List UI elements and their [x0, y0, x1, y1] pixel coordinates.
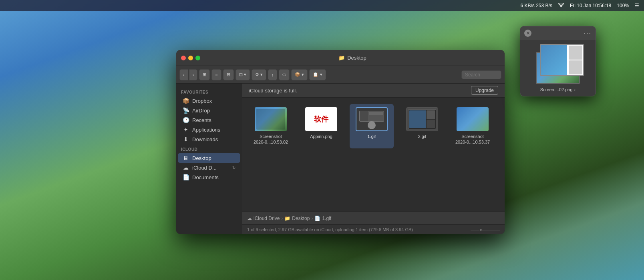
file-name-appinn: Appinn.png [310, 134, 332, 139]
forward-button[interactable]: › [189, 69, 198, 80]
finder-content: Favourites 📦 Dropbox 📡 AirDrop 🕐 Recents… [176, 84, 505, 234]
icloud-header: iCloud [176, 144, 242, 153]
view-gallery-button[interactable]: ⊡ ▾ [235, 69, 250, 80]
menubar-network-speed: 6 KB/s 253 B/s [521, 3, 552, 8]
breadcrumb-file-icon: 📄 [314, 216, 320, 221]
icloud-drive-icon: ☁ [183, 164, 189, 171]
quicklook-filename-text: Screen....02.png [540, 87, 573, 92]
upgrade-button[interactable]: Upgrade [471, 86, 498, 95]
quicklook-popup: ✕ ··· Screen....02.png › [520, 26, 596, 96]
sidebar-item-downloads-label: Downloads [192, 136, 218, 142]
menubar-menu-icon[interactable]: ☰ [635, 3, 639, 8]
breadcrumb-sep-2: › [311, 216, 313, 221]
breadcrumb-icloud[interactable]: iCloud Drive [254, 216, 280, 221]
gif1-sidebar [360, 111, 368, 121]
screenshot2-thumb-inner [457, 107, 489, 131]
finder-titlebar: 📁 Desktop [176, 50, 505, 66]
nav-buttons: ‹ › [179, 69, 197, 80]
quicklook-screenshot-stack [532, 44, 584, 84]
icloud-sync-icon: ↻ [232, 166, 235, 170]
view-columns-button[interactable]: ⊟ [223, 69, 234, 80]
gif1-thumb-inner [356, 108, 387, 130]
quicklook-image-front [540, 44, 584, 76]
file-thumbnail-screenshot1 [255, 107, 287, 131]
sidebar-item-downloads[interactable]: ⬇ Downloads [178, 134, 240, 144]
search-input[interactable] [461, 70, 501, 79]
gif1-page [359, 111, 384, 121]
documents-icon: 📄 [183, 174, 189, 180]
sidebar-item-airdrop-label: AirDrop [192, 108, 210, 114]
breadcrumb-icloud-icon: ☁ [247, 216, 252, 221]
action-button[interactable]: 📋 ▾ [309, 69, 326, 80]
quicklook-header: ✕ ··· [520, 26, 596, 40]
back-button[interactable]: ‹ [179, 69, 188, 80]
traffic-lights [181, 56, 200, 60]
sidebar-item-applications-label: Applications [192, 127, 220, 133]
breadcrumb-bar: ☁ iCloud Drive › 📁 Desktop › 📄 1.gif [242, 212, 505, 224]
sidebar-item-documents[interactable]: 📄 Documents [178, 172, 240, 182]
appinn-thumb-inner: 软件 [305, 107, 337, 131]
file-item-screenshot1[interactable]: Screenshot2020-0...10.53.02 [249, 104, 293, 148]
sidebar-item-desktop-label: Desktop [192, 155, 211, 161]
quicklook-close-button[interactable]: ✕ [524, 30, 531, 37]
gif1-content [368, 111, 383, 120]
appinn-logo: 软件 [314, 114, 328, 124]
file-item-gif1[interactable]: 1.gif [350, 104, 394, 148]
sidebar-item-recents[interactable]: 🕐 Recents [178, 115, 240, 125]
file-name-gif1: 1.gif [368, 134, 376, 139]
folder-icon: 📁 [338, 55, 345, 61]
tags-button[interactable]: ⬭ [279, 69, 290, 80]
finder-title: 📁 Desktop [205, 55, 500, 61]
sidebar-item-dropbox[interactable]: 📦 Dropbox [178, 96, 240, 106]
share-button[interactable]: ↑ [268, 69, 278, 80]
sidebar-item-recents-label: Recents [192, 117, 211, 123]
gif1-face [368, 123, 376, 128]
breadcrumb: ☁ iCloud Drive › 📁 Desktop › 📄 1.gif [247, 216, 331, 221]
dropbox-button[interactable]: 📦 ▾ [291, 69, 308, 80]
finder-title-text: Desktop [347, 55, 366, 61]
view-icon-button[interactable]: ⊞ [199, 69, 210, 80]
menubar-time: Fri 10 Jan 10:56:18 [570, 3, 611, 8]
maximize-button[interactable] [195, 56, 200, 60]
arrange-button[interactable]: ⚙ ▾ [252, 69, 266, 80]
quicklook-face-1 [569, 46, 582, 60]
file-thumbnail-gif2 [406, 107, 438, 131]
breadcrumb-file[interactable]: 1.gif [322, 216, 331, 221]
close-button[interactable] [181, 56, 186, 60]
favourites-header: Favourites [176, 87, 242, 96]
sidebar-item-applications[interactable]: ✦ Applications [178, 125, 240, 134]
breadcrumb-folder-icon: 📁 [284, 216, 290, 221]
quicklook-close-icon: ✕ [526, 31, 530, 36]
breadcrumb-desktop[interactable]: Desktop [292, 216, 310, 221]
sidebar-item-icloud-drive-label: iCloud D... [192, 165, 217, 171]
sidebar-item-desktop[interactable]: 🖥 Desktop [178, 153, 240, 163]
sidebar-item-icloud-drive[interactable]: ☁ iCloud D... ↻ [178, 163, 240, 172]
airdrop-icon: 📡 [183, 107, 189, 114]
menubar-battery: 100% [617, 3, 629, 8]
view-list-button[interactable]: ≡ [211, 69, 221, 80]
files-grid: Screenshot2020-0...10.53.02 软件 Appinn.pn… [242, 98, 505, 212]
file-thumbnail-screenshot2 [457, 107, 489, 131]
quicklook-more-button[interactable]: ··· [584, 30, 592, 37]
sidebar-item-dropbox-label: Dropbox [192, 98, 212, 104]
quicklook-arrow[interactable]: › [574, 87, 576, 92]
gif1-avatar [368, 121, 376, 129]
menubar-wifi-icon [558, 3, 564, 9]
finder-toolbar: ‹ › ⊞ ≡ ⊟ ⊡ ▾ ⚙ ▾ ↑ ⬭ 📦 ▾ 📋 ▾ [176, 66, 505, 84]
minimize-button[interactable] [188, 56, 193, 60]
applications-icon: ✦ [183, 126, 189, 133]
finder-window: 📁 Desktop ‹ › ⊞ ≡ ⊟ ⊡ ▾ ⚙ ▾ ↑ ⬭ 📦 ▾ 📋 ▾ … [176, 50, 505, 234]
finder-files: iCloud storage is full. Upgrade Screensh… [242, 84, 505, 234]
file-item-gif2[interactable]: 2.gif [400, 104, 444, 148]
file-name-screenshot2: Screenshot2020-0...10.53.37 [455, 134, 490, 145]
desktop-icon: 🖥 [183, 155, 189, 161]
menubar-right: 6 KB/s 253 B/s Fri 10 Jan 10:56:18 100% … [521, 3, 640, 9]
gif2-content [408, 109, 436, 129]
sidebar-item-airdrop[interactable]: 📡 AirDrop [178, 106, 240, 115]
quicklook-face-2 [569, 60, 582, 74]
quicklook-filename: Screen....02.png › [540, 87, 576, 92]
file-item-appinn[interactable]: 软件 Appinn.png [299, 104, 343, 148]
file-item-screenshot2[interactable]: Screenshot2020-0...10.53.37 [451, 104, 495, 148]
quicklook-front-left [541, 45, 567, 75]
zoom-slider[interactable]: ——●———— [471, 227, 500, 232]
